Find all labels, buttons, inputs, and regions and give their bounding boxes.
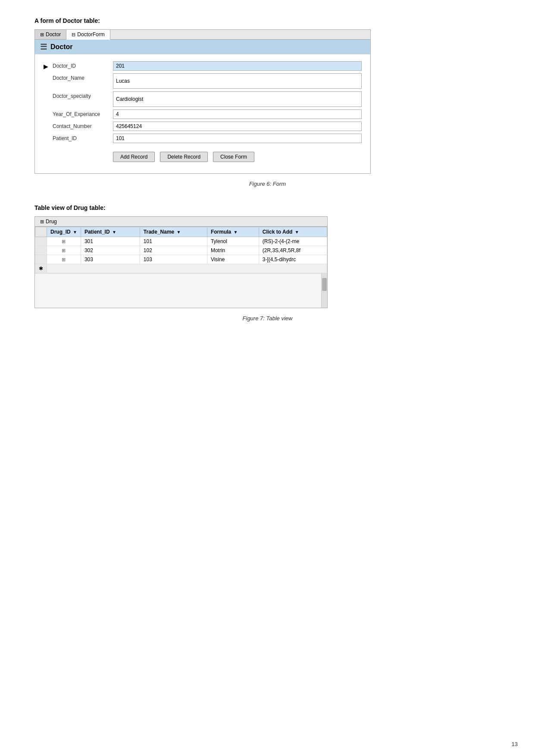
table-window: ⊞ Drug Drug_ID ▼ Patient_ID ▼ [34,216,328,308]
tab-doctorform[interactable]: ⊟ DoctorForm [66,30,110,40]
table-section-heading: Table view of Drug table: [34,204,501,211]
col-trade-name[interactable]: Trade_Name ▼ [140,227,207,237]
input-doctor-name[interactable] [113,73,362,89]
row-2-patient-id: 102 [140,246,207,255]
table-figure-caption: Figure 7: Table view [34,315,501,322]
sort-icon-drug-id: ▼ [73,230,77,234]
row-3-selector[interactable] [35,255,47,264]
table-section: Table view of Drug table: ⊞ Drug Drug_ID… [34,204,501,322]
input-doctor-id[interactable] [113,61,362,71]
form-section-heading: A form of Doctor table: [34,17,501,24]
field-row-year-experiance: Year_Of_Experiance [53,109,362,119]
table-header-row: Drug_ID ▼ Patient_ID ▼ Trade_Name ▼ Form… [35,227,327,237]
row-2-formula: (2R,3S,4R,5R,8f [259,246,327,255]
record-arrow: ▶ [44,63,48,70]
tab-doctorform-label: DoctorForm [77,31,104,37]
field-row-patient-id: Patient_ID [53,134,362,143]
col-formula[interactable]: Formula ▼ [207,227,259,237]
row-2-trade-name: Motrin [207,246,259,255]
label-doctor-specialty: Doctor_specialty [53,91,113,99]
form-header-icon: ☰ [40,42,47,52]
scrollbar-track[interactable] [321,274,327,308]
tab-doctor-label: Doctor [46,31,61,37]
row-3-drug-id: 303 [81,255,140,264]
tab-drug-label: Drug [46,219,57,225]
delete-record-button[interactable]: Delete Record [160,152,208,162]
row-2-drug-id: 302 [81,246,140,255]
row-3-patient-id: 103 [140,255,207,264]
field-row-contact-number: Contact_Number [53,122,362,131]
form-icon-doctorform: ⊟ [72,32,75,37]
sort-icon-click-to-add: ▼ [295,230,299,234]
table-row: ⊞ 301 101 Tylenol (RS)-2-(4-(2-me [35,237,327,246]
col-patient-id[interactable]: Patient_ID ▼ [81,227,140,237]
add-record-button[interactable]: Add Record [113,152,155,162]
form-section: A form of Doctor table: ⊞ Doctor ⊟ Docto… [34,17,501,187]
input-contact-number[interactable] [113,122,362,131]
form-header-title: Doctor [50,43,73,51]
label-year-experiance: Year_Of_Experiance [53,109,113,117]
drug-table: Drug_ID ▼ Patient_ID ▼ Trade_Name ▼ Form… [35,227,327,273]
sort-icon-formula: ▼ [234,230,238,234]
scrollbar-area [35,273,327,308]
sort-icon-patient-id: ▼ [112,230,116,234]
sort-icon-trade-name: ▼ [177,230,181,234]
form-buttons: Add Record Delete Record Close Form [53,152,362,166]
row-1-expand[interactable]: ⊞ [47,237,81,246]
form-header: ☰ Doctor [35,40,370,54]
page-number: 13 [512,741,518,747]
form-tab-bar: ⊞ Doctor ⊟ DoctorForm [35,30,370,40]
table-row: ⊞ 302 102 Motrin (2R,3S,4R,5R,8f [35,246,327,255]
row-2-selector[interactable] [35,246,47,255]
field-row-doctor-id: Doctor_ID [53,61,362,71]
row-1-formula: (RS)-2-(4-(2-me [259,237,327,246]
form-body: ▶ Doctor_ID Doctor_Name Doctor_specialty… [35,54,370,173]
input-doctor-specialty[interactable] [113,91,362,107]
tab-drug[interactable]: ⊞ Drug [35,217,62,226]
new-row-cell[interactable] [47,264,327,273]
field-row-doctor-specialty: Doctor_specialty [53,91,362,107]
close-form-button[interactable]: Close Form [213,152,254,162]
row-3-trade-name: Visine [207,255,259,264]
row-3-expand[interactable]: ⊞ [47,255,81,264]
row-3-formula: 3-[(4,5-dihydrc [259,255,327,264]
label-doctor-id: Doctor_ID [53,61,113,69]
row-2-expand[interactable]: ⊞ [47,246,81,255]
row-1-selector[interactable] [35,237,47,246]
row-1-patient-id: 101 [140,237,207,246]
col-selector [35,227,47,237]
input-year-experiance[interactable] [113,109,362,119]
form-window: ⊞ Doctor ⊟ DoctorForm ☰ Doctor ▶ Doctor_… [34,29,371,174]
new-row-selector: ✱ [35,264,47,273]
table-icon-drug: ⊞ [40,219,44,225]
col-click-to-add[interactable]: Click to Add ▼ [259,227,327,237]
table-new-row: ✱ [35,264,327,273]
scrollbar-thumb[interactable] [322,278,327,291]
field-row-doctor-name: Doctor_Name [53,73,362,89]
label-contact-number: Contact_Number [53,122,113,129]
table-row: ⊞ 303 103 Visine 3-[(4,5-dihydrc [35,255,327,264]
col-drug-id[interactable]: Drug_ID ▼ [47,227,81,237]
row-1-drug-id: 301 [81,237,140,246]
table-tab-bar: ⊞ Drug [35,217,327,227]
label-patient-id: Patient_ID [53,134,113,141]
form-figure-caption: Figure 6: Form [34,181,501,187]
form-fields: Doctor_ID Doctor_Name Doctor_specialty Y… [53,61,362,166]
label-doctor-name: Doctor_Name [53,73,113,81]
row-1-trade-name: Tylenol [207,237,259,246]
tab-doctor[interactable]: ⊞ Doctor [35,30,66,39]
table-icon-doctor: ⊞ [40,32,44,37]
input-patient-id[interactable] [113,134,362,143]
